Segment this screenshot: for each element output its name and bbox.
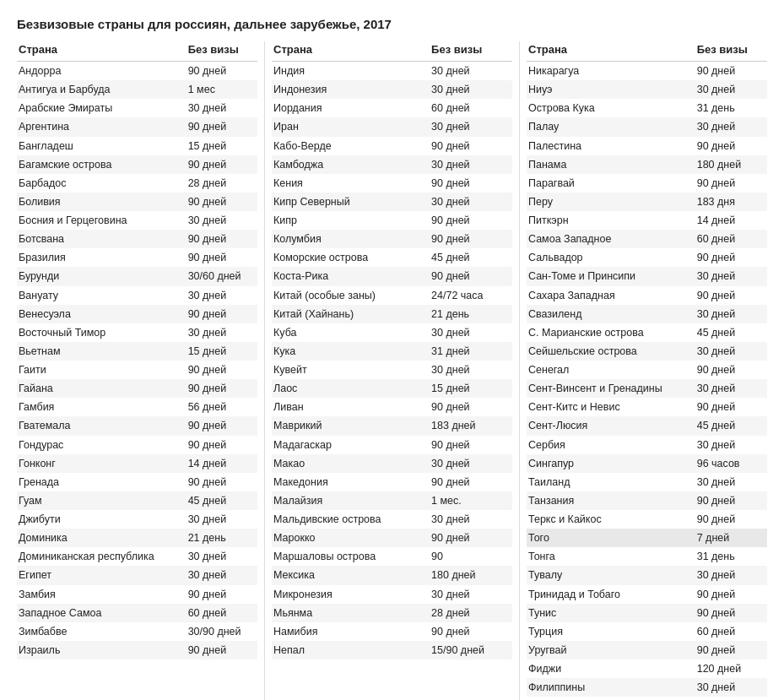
table-row: Тонга31 день xyxy=(527,547,767,566)
table-row: Маршаловы острова90 xyxy=(272,547,512,566)
visa-cell: 30 дней xyxy=(187,547,257,566)
country-cell: Кабо-Верде xyxy=(272,137,430,155)
table-row: Замбия90 дней xyxy=(17,585,257,604)
visa-cell: 180 дней xyxy=(695,155,767,174)
visa-cell: 1 мес xyxy=(187,80,257,99)
country-cell: Сейшельские острова xyxy=(527,342,695,361)
table-row: Макао30 дней xyxy=(272,454,512,473)
country-cell: Панама xyxy=(527,155,695,174)
country-cell: Ливан xyxy=(272,398,430,416)
table-row: Сент-Люсия45 дней xyxy=(527,416,767,435)
col1-header-country: Страна xyxy=(17,41,187,62)
country-cell: Индия xyxy=(272,62,430,81)
country-cell: Босния и Герцеговина xyxy=(17,211,187,230)
country-cell: Иордания xyxy=(272,99,430,117)
table-row: Гонконг14 дней xyxy=(17,454,257,473)
country-cell: Гаити xyxy=(17,361,187,379)
table-row: Уругвай90 дней xyxy=(527,641,767,659)
country-cell: Филиппины xyxy=(527,678,695,697)
country-cell: Вануату xyxy=(17,286,187,305)
visa-cell: 90 дней xyxy=(187,62,257,81)
country-cell: Венесуэла xyxy=(17,305,187,323)
visa-cell: 90 дней xyxy=(695,398,767,416)
table-row: Боливия90 дней xyxy=(17,193,257,211)
table-row: Сан-Томе и Принсипи30 дней xyxy=(527,267,767,285)
country-cell: Непал xyxy=(272,641,430,659)
country-cell: Ниуэ xyxy=(527,80,695,99)
table-row: Колумбия90 дней xyxy=(272,230,512,248)
country-cell: Коста-Рика xyxy=(272,267,430,285)
table-row: Мексика180 дней xyxy=(272,566,512,584)
country-cell: Палестина xyxy=(527,137,695,155)
table-row: Кения90 дней xyxy=(272,174,512,193)
visa-cell: 180 дней xyxy=(430,566,512,584)
table-row: Мадагаскар90 дней xyxy=(272,436,512,454)
visa-cell: 45 дней xyxy=(187,491,257,510)
country-cell: Джибути xyxy=(17,510,187,529)
table-row: Питкэрн14 дней xyxy=(527,211,767,230)
visa-cell: 90 дней xyxy=(695,137,767,155)
table-row: Китай (Хайнань)21 день xyxy=(272,305,512,323)
table-row: Самоа Западное60 дней xyxy=(527,230,767,248)
table-row: Зимбабве30/90 дней xyxy=(17,622,257,641)
table-row: Сальвадор90 дней xyxy=(527,248,767,267)
table-row: Перу183 дня xyxy=(527,193,767,211)
visa-cell: 15/90 дней xyxy=(430,641,512,659)
table-row: Кипр Северный30 дней xyxy=(272,193,512,211)
country-cell: Бурунди xyxy=(17,267,187,285)
visa-cell: 90 дней xyxy=(430,473,512,491)
country-cell: Черногория xyxy=(527,697,695,700)
table-row: Бангладеш15 дней xyxy=(17,137,257,155)
table-row: Аргентина90 дней xyxy=(17,117,257,136)
visa-cell: 30 дней xyxy=(695,436,767,454)
table-row: Доминика21 день xyxy=(17,529,257,547)
visa-cell: 90 дней xyxy=(187,416,257,435)
table-row: Барбадос28 дней xyxy=(17,174,257,193)
visa-cell: 60 дней xyxy=(187,604,257,622)
country-cell: Микронезия xyxy=(272,585,430,604)
visa-cell: 56 дней xyxy=(187,398,257,416)
country-cell: Кувейт xyxy=(272,361,430,379)
table-row: Теркс и Кайкос90 дней xyxy=(527,510,767,529)
country-cell: Камбоджа xyxy=(272,155,430,174)
table-row: Гаити90 дней xyxy=(17,361,257,379)
country-cell: Тунис xyxy=(527,604,695,622)
table-row: Ливан90 дней xyxy=(272,398,512,416)
country-cell: Тувалу xyxy=(527,566,695,584)
table-row: Доминиканская республика30 дней xyxy=(17,547,257,566)
country-cell: Гренада xyxy=(17,473,187,491)
visa-cell: 90 дней xyxy=(187,436,257,454)
country-cell: Кипр xyxy=(272,211,430,230)
table-row: Ботсвана90 дней xyxy=(17,230,257,248)
visa-cell: 96 часов xyxy=(695,454,767,473)
visa-cell: 30 дней xyxy=(187,566,257,584)
country-cell: Китай (Хайнань) xyxy=(272,305,430,323)
country-cell: Мальдивские острова xyxy=(272,510,430,529)
col2-header-country: Страна xyxy=(272,41,430,62)
visa-cell: 90 дней xyxy=(187,248,257,267)
country-cell: Замбия xyxy=(17,585,187,604)
table-row: Палау30 дней xyxy=(527,117,767,136)
visa-cell: 15 дней xyxy=(187,342,257,361)
visa-cell: 90 дней xyxy=(430,529,512,547)
visa-cell: 30 дней xyxy=(187,99,257,117)
table-row: Коста-Рика90 дней xyxy=(272,267,512,285)
country-cell: Теркс и Кайкос xyxy=(527,510,695,529)
table-row: Камбоджа30 дней xyxy=(272,155,512,174)
visa-cell: 183 дня xyxy=(695,193,767,211)
table-row: Филиппины30 дней xyxy=(527,678,767,697)
country-cell: Иран xyxy=(272,117,430,136)
visa-cell: 14 дней xyxy=(695,211,767,230)
table-row: Израиль90 дней xyxy=(17,641,257,659)
visa-cell: 30 дней xyxy=(430,80,512,99)
table-row: Сент-Винсент и Гренадины30 дней xyxy=(527,379,767,398)
table-row: Босния и Герцеговина30 дней xyxy=(17,211,257,230)
col3-header-visa: Без визы xyxy=(695,41,767,62)
table-row: Сингапур96 часов xyxy=(527,454,767,473)
visa-cell: 30/90 дней xyxy=(187,622,257,641)
table-row: Намибия90 дней xyxy=(272,622,512,641)
country-cell: Малайзия xyxy=(272,491,430,510)
country-cell: Таиланд xyxy=(527,473,695,491)
country-cell: Кипр Северный xyxy=(272,193,430,211)
country-cell: Сальвадор xyxy=(527,248,695,267)
